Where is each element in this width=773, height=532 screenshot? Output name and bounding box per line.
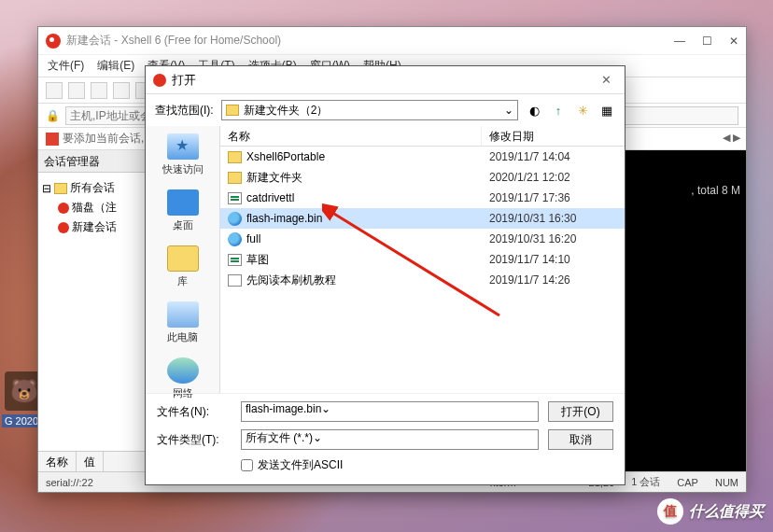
file-list: 名称 修改日期 Xshell6Portable2019/11/7 14:04新建…: [220, 126, 625, 393]
col-value[interactable]: 值: [77, 452, 104, 471]
file-name: full: [246, 232, 260, 245]
look-in-row: 查找范围(I): 新建文件夹（2） ⌄ ◐ ↑ ✳ ▦: [146, 94, 625, 126]
close-button[interactable]: ✕: [729, 35, 738, 48]
look-in-label: 查找范围(I):: [155, 103, 214, 119]
place-this-pc[interactable]: 此电脑: [167, 301, 199, 344]
look-in-combo[interactable]: 新建文件夹（2） ⌄: [221, 100, 518, 120]
status-sessions: 1 会话: [631, 475, 660, 489]
maximize-button[interactable]: ☐: [702, 35, 712, 48]
file-row[interactable]: catdrivettl2019/11/7 17:36: [220, 188, 625, 208]
col-name[interactable]: 名称: [220, 126, 482, 146]
open-button[interactable]: 打开(O): [548, 401, 613, 422]
status-num: NUM: [715, 477, 738, 488]
file-date: 2020/1/21 12:02: [482, 171, 625, 184]
file-name: catdrivettl: [246, 191, 294, 204]
file-row[interactable]: flash-image.bin2019/10/31 16:30: [220, 208, 625, 229]
file-name: flash-image.bin: [246, 212, 322, 225]
view-menu-icon[interactable]: ▦: [598, 102, 615, 119]
file-icon: [228, 212, 242, 226]
file-date: 2019/11/7 17:36: [482, 191, 625, 204]
chevron-down-icon: ⌄: [321, 402, 330, 415]
save-icon[interactable]: [91, 82, 107, 99]
ascii-label: 发送文件到ASCII: [258, 457, 343, 473]
file-name: 新建文件夹: [246, 170, 302, 186]
file-name: Xshell6Portable: [246, 150, 325, 163]
watermark: 值 什么值得买: [657, 498, 764, 525]
chevron-down-icon: ⌄: [504, 104, 513, 117]
open-icon[interactable]: [68, 82, 85, 99]
copy-icon[interactable]: [113, 82, 130, 99]
filename-input[interactable]: flash-image.bin⌄: [241, 401, 539, 422]
window-title: 新建会话 - Xshell 6 (Free for Home/School): [66, 33, 281, 49]
file-icon: [228, 192, 242, 204]
place-libraries[interactable]: 库: [167, 245, 199, 288]
dialog-bottom: 文件名(N): flash-image.bin⌄ 打开(O) 文件类型(T): …: [146, 393, 625, 484]
flag-icon: [46, 133, 59, 146]
file-date: 2019/11/7 14:04: [482, 150, 625, 163]
titlebar: 新建会话 - Xshell 6 (Free for Home/School) —…: [38, 27, 746, 55]
places-bar: 快速访问 桌面 库 此电脑 网络: [146, 126, 220, 393]
folder-icon: [226, 105, 239, 116]
minimize-button[interactable]: —: [674, 35, 685, 48]
status-conn: serial://:22: [46, 477, 93, 488]
file-date: 2019/11/7 14:26: [482, 273, 625, 287]
place-quick-access[interactable]: 快速访问: [162, 133, 204, 176]
dialog-close-button[interactable]: ✕: [596, 73, 617, 87]
filename-label: 文件名(N):: [157, 404, 232, 420]
file-row[interactable]: 新建文件夹2020/1/21 12:02: [220, 167, 625, 188]
new-folder-icon[interactable]: ✳: [574, 102, 591, 119]
new-session-icon[interactable]: [46, 82, 63, 99]
file-row[interactable]: 草图2019/11/7 14:10: [220, 249, 625, 270]
file-icon: [228, 172, 242, 184]
file-name: 先阅读本刷机教程: [246, 273, 336, 288]
filetype-combo[interactable]: 所有文件 (*.*)⌄: [241, 429, 539, 450]
col-name[interactable]: 名称: [38, 452, 77, 471]
col-date[interactable]: 修改日期: [482, 126, 625, 146]
file-icon: [228, 232, 242, 246]
file-icon: [228, 274, 242, 287]
dialog-title: 打开: [172, 72, 196, 89]
filetype-label: 文件类型(T):: [157, 432, 232, 448]
lock-icon: 🔒: [46, 109, 60, 122]
desktop-icon-label: G 2020: [2, 414, 41, 427]
dialog-titlebar: 打开 ✕: [146, 66, 625, 94]
ascii-checkbox[interactable]: [241, 459, 253, 471]
file-icon: [228, 151, 242, 163]
cancel-button[interactable]: 取消: [548, 429, 613, 450]
file-row[interactable]: Xshell6Portable2019/11/7 14:04: [220, 147, 625, 167]
file-date: 2019/10/31 16:30: [482, 212, 625, 225]
dialog-icon: [153, 74, 166, 87]
back-icon[interactable]: ◐: [526, 102, 542, 119]
file-row[interactable]: full2019/10/31 16:20: [220, 229, 625, 249]
menu-file[interactable]: 文件(F): [48, 58, 84, 74]
place-desktop[interactable]: 桌面: [167, 189, 199, 232]
file-icon: [228, 254, 242, 266]
chevron-down-icon: ⌄: [313, 431, 322, 444]
app-icon: [46, 34, 61, 49]
watermark-logo: 值: [657, 498, 683, 525]
file-date: 2019/10/31 16:20: [482, 232, 625, 245]
menu-edit[interactable]: 编辑(E): [97, 58, 134, 74]
file-name: 草图: [246, 252, 269, 268]
open-dialog: 打开 ✕ 查找范围(I): 新建文件夹（2） ⌄ ◐ ↑ ✳ ▦ 快速访问 桌面…: [145, 65, 625, 485]
file-row[interactable]: 先阅读本刷机教程2019/11/7 14:26: [220, 270, 625, 290]
status-cap: CAP: [677, 477, 698, 488]
tab-nav[interactable]: ◀ ▶: [723, 132, 740, 144]
file-date: 2019/11/7 14:10: [482, 253, 625, 266]
up-icon[interactable]: ↑: [550, 102, 567, 119]
